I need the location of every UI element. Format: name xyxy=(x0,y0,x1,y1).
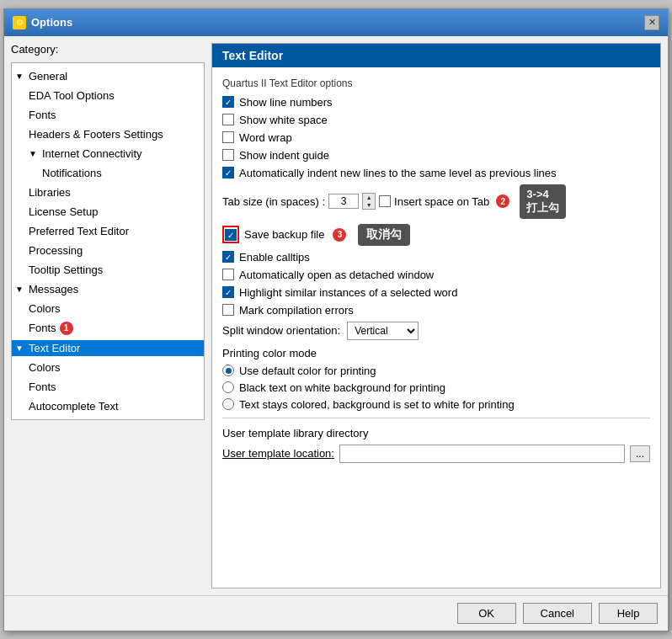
category-label: Category: xyxy=(11,43,205,59)
option-row-auto-indent: Automatically indent new lines to the sa… xyxy=(222,167,650,179)
options-icon: ⚙ xyxy=(13,16,26,29)
option-row-word-wrap: Word wrap xyxy=(222,131,650,144)
label-show-line-numbers: Show line numbers xyxy=(239,96,333,109)
template-location-input[interactable] xyxy=(339,445,625,463)
sidebar-wrapper: Category: ▼ General EDA Tool Options xyxy=(11,43,205,588)
tab-size-label: Tab size (in spaces) : xyxy=(222,195,325,208)
section-title: Quartus II Text Editor options xyxy=(222,77,650,89)
sidebar-item-text-editor[interactable]: ▼ Text Editor xyxy=(12,338,204,358)
checkbox-save-backup[interactable] xyxy=(225,229,237,241)
annotation-34: 3->4 打上勾 xyxy=(520,184,566,219)
label-auto-open: Automatically open as detached window xyxy=(239,269,434,281)
split-label: Split window orientation: xyxy=(222,324,340,337)
checkbox-auto-open[interactable] xyxy=(222,269,234,280)
option-row-mark-compilation: Mark compilation errors xyxy=(222,304,650,317)
badge-2: 2 xyxy=(496,194,509,208)
sidebar-item-autocomplete-text[interactable]: Autocomplete Text xyxy=(12,397,204,416)
label-black-text: Black text on white background for print… xyxy=(239,381,445,394)
sidebar-item-fonts-msg[interactable]: Fonts 1 xyxy=(12,318,204,338)
spinner-up-icon[interactable]: ▲ xyxy=(363,194,375,201)
sidebar-item-eda-tool-options[interactable]: EDA Tool Options xyxy=(12,86,204,105)
label-auto-indent: Automatically indent new lines to the sa… xyxy=(239,167,556,179)
template-row: User template location: ... xyxy=(222,445,650,463)
label-default-color: Use default color for printing xyxy=(239,365,376,377)
content-header: Text Editor xyxy=(212,44,660,67)
print-section-title: Printing color mode xyxy=(222,347,650,359)
option-row-auto-open: Automatically open as detached window xyxy=(222,269,650,281)
sidebar-item-preferred-text-editor[interactable]: Preferred Text Editor xyxy=(12,221,204,241)
help-button[interactable]: Help xyxy=(599,603,658,624)
sidebar-item-colors-msg[interactable]: Colors xyxy=(12,299,204,318)
sidebar-item-processing[interactable]: Processing xyxy=(12,241,204,260)
label-word-wrap: Word wrap xyxy=(239,131,292,144)
content-inner: Quartus II Text Editor options Show line… xyxy=(212,67,660,588)
sidebar-item-internet-connectivity[interactable]: ▼ Internet Connectivity xyxy=(12,144,204,163)
badge-1: 1 xyxy=(60,322,73,335)
checkbox-auto-indent[interactable] xyxy=(222,167,234,178)
label-show-white-space: Show white space xyxy=(239,114,328,126)
checkbox-highlight[interactable] xyxy=(222,286,234,298)
radio-default-color[interactable] xyxy=(222,365,234,376)
checkbox-word-wrap[interactable] xyxy=(222,131,234,143)
save-backup-row: Save backup file 3 取消勾 xyxy=(222,224,650,246)
option-row-show-indent-guide: Show indent guide xyxy=(222,149,650,162)
tab-size-input[interactable] xyxy=(328,194,359,209)
sidebar-item-messages[interactable]: ▼ Messages xyxy=(12,280,204,299)
tab-size-spinner[interactable]: ▲ ▼ xyxy=(362,193,376,210)
print-section: Printing color mode Use default color fo… xyxy=(222,347,650,411)
title-bar: ⚙ Options ✕ xyxy=(4,9,668,36)
template-section: User template library directory User tem… xyxy=(222,418,650,463)
sidebar-item-notifications[interactable]: Notifications xyxy=(12,163,204,183)
sidebar-item-tooltip-settings[interactable]: Tooltip Settings xyxy=(12,260,204,280)
cancel-button[interactable]: Cancel xyxy=(523,603,592,624)
checkbox-show-white-space[interactable] xyxy=(222,114,234,125)
template-section-title: User template library directory xyxy=(222,427,650,439)
expand-messages-icon: ▼ xyxy=(15,285,29,294)
radio-stays-colored[interactable] xyxy=(222,398,234,410)
option-row-enable-calltips: Enable calltips xyxy=(222,251,650,264)
sidebar-item-fonts-te[interactable]: Fonts xyxy=(12,377,204,397)
title-bar-left: ⚙ Options xyxy=(13,16,72,29)
radio-black-text[interactable] xyxy=(222,381,234,393)
checkbox-insert-space-on-tab[interactable] xyxy=(379,195,391,207)
split-row: Split window orientation: Vertical Horiz… xyxy=(222,322,650,340)
checkbox-enable-calltips[interactable] xyxy=(222,251,234,263)
split-window-select[interactable]: Vertical Horizontal xyxy=(347,322,419,340)
options-dialog: ⚙ Options ✕ Category: ▼ General EDA Tool… xyxy=(3,8,669,631)
label-save-backup: Save backup file xyxy=(244,228,324,241)
radio-row-stays-colored: Text stays colored, background is set to… xyxy=(222,398,650,411)
option-row-show-white-space: Show white space xyxy=(222,114,650,126)
sidebar-item-general[interactable]: ▼ General xyxy=(12,67,204,86)
label-enable-calltips: Enable calltips xyxy=(239,251,310,264)
sidebar-item-fonts-gen[interactable]: Fonts xyxy=(12,105,204,125)
sidebar-item-license-setup[interactable]: License Setup xyxy=(12,202,204,221)
label-stays-colored: Text stays colored, background is set to… xyxy=(239,398,515,411)
label-highlight: Highlight similar instances of a selecte… xyxy=(239,286,457,299)
sidebar-item-colors-te[interactable]: Colors xyxy=(12,358,204,377)
sidebar: ▼ General EDA Tool Options Fonts xyxy=(11,62,205,420)
radio-row-black-text: Black text on white background for print… xyxy=(222,381,650,394)
dialog-footer: OK Cancel Help xyxy=(4,595,668,631)
content-area: Text Editor Quartus II Text Editor optio… xyxy=(211,43,661,588)
label-mark-compilation: Mark compilation errors xyxy=(239,304,354,317)
dialog-body: Category: ▼ General EDA Tool Options xyxy=(4,36,668,595)
checkbox-show-indent-guide[interactable] xyxy=(222,149,234,161)
expand-general-icon: ▼ xyxy=(15,72,29,81)
close-button[interactable]: ✕ xyxy=(644,15,659,30)
dialog-title: Options xyxy=(31,16,72,29)
tab-size-row: Tab size (in spaces) : ▲ ▼ Insert space … xyxy=(222,184,650,219)
expand-text-editor-icon: ▼ xyxy=(15,343,29,353)
save-backup-highlight xyxy=(222,226,239,244)
template-location-label: User template location: xyxy=(222,447,334,460)
badge-3: 3 xyxy=(333,228,346,242)
label-insert-space-on-tab: Insert space on Tab xyxy=(394,195,489,208)
checkbox-show-line-numbers[interactable] xyxy=(222,96,234,108)
radio-row-default-color: Use default color for printing xyxy=(222,365,650,377)
browse-button[interactable]: ... xyxy=(630,445,650,462)
spinner-down-icon[interactable]: ▼ xyxy=(363,201,375,209)
sidebar-item-libraries[interactable]: Libraries xyxy=(12,183,204,202)
ok-button[interactable]: OK xyxy=(457,603,516,624)
checkbox-mark-compilation[interactable] xyxy=(222,304,234,316)
option-row-show-line-numbers: Show line numbers xyxy=(222,96,650,109)
sidebar-item-headers-footers[interactable]: Headers & Footers Settings xyxy=(12,125,204,144)
